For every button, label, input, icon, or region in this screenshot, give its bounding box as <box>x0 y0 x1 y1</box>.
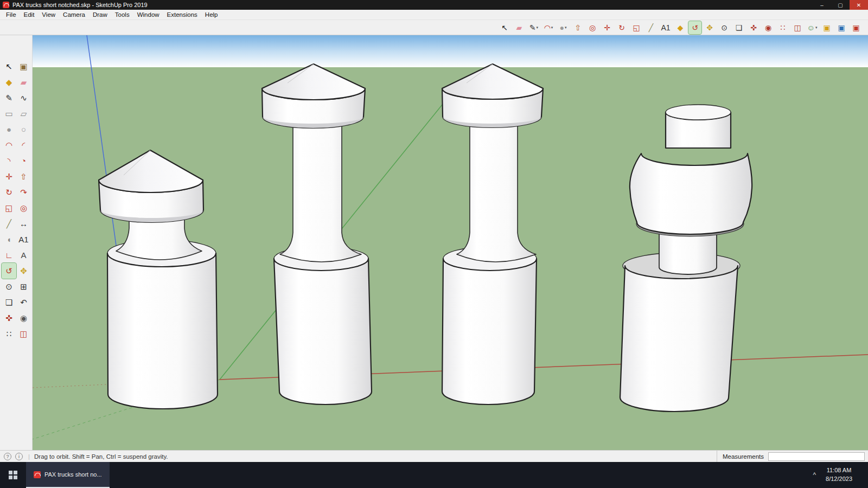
tool-glyph-icon: ✎ <box>529 24 536 31</box>
zoom-extents-tool[interactable]: ❏ <box>732 21 745 34</box>
extension-warehouse-tool[interactable]: ▣ <box>835 21 848 34</box>
help-icon[interactable]: ? <box>4 453 11 460</box>
paint-bucket-tool[interactable]: ◆ <box>674 21 687 34</box>
minimize-button[interactable]: – <box>813 0 831 10</box>
rotated-rectangle-tool[interactable]: ▱ <box>16 106 31 121</box>
menu-file[interactable]: File <box>2 10 20 20</box>
menu-edit[interactable]: Edit <box>20 10 39 20</box>
move-tool[interactable]: ✛ <box>601 21 614 34</box>
viewport[interactable] <box>33 35 868 450</box>
sign-in-avatar-dropdown[interactable]: ▾ <box>815 25 818 30</box>
rotate-tool[interactable]: ↻ <box>615 21 628 34</box>
menu-view[interactable]: View <box>38 10 59 20</box>
pie-tool[interactable]: ◔ <box>16 153 31 169</box>
scale-tool[interactable]: ◱ <box>630 21 643 34</box>
position-camera-tool[interactable]: ✜ <box>2 310 16 326</box>
rectangle-tool[interactable]: ▭ <box>2 106 16 121</box>
zoom-extents-tool[interactable]: ❏ <box>2 294 16 310</box>
freehand-tool[interactable]: ∿ <box>16 90 31 106</box>
line-tool-dropdown[interactable]: ▾ <box>537 25 539 30</box>
taskbar-app-label: PAX trucks short no... <box>44 471 102 478</box>
text-tool[interactable]: A1 <box>659 21 672 34</box>
sign-in-avatar[interactable]: ☺▾ <box>806 21 819 34</box>
look-around-tool[interactable]: ◉ <box>16 310 31 326</box>
paint-bucket-tool[interactable]: ◆ <box>2 74 16 90</box>
move-tool[interactable]: ✛ <box>2 169 16 184</box>
make-component-tool[interactable]: ▣ <box>16 59 31 74</box>
polygon-tool[interactable]: ○ <box>16 121 31 137</box>
pan-tool[interactable]: ✥ <box>16 263 31 279</box>
pan-tool[interactable]: ✥ <box>703 21 716 34</box>
push-pull-tool[interactable]: ⇧ <box>16 169 31 184</box>
tool-glyph-icon: ✥ <box>706 24 713 31</box>
two-point-arc-tool[interactable]: ◜ <box>16 137 31 153</box>
tool-glyph-icon: ◆ <box>6 78 12 86</box>
select-tool[interactable]: ↖ <box>498 21 511 34</box>
walk-tool[interactable]: ∷ <box>776 21 789 34</box>
zoom-tool[interactable]: ⊙ <box>2 279 16 294</box>
section-plane-tool[interactable]: ◫ <box>791 21 804 34</box>
axes-tool[interactable]: ∟ <box>2 247 16 263</box>
look-around-tool[interactable]: ◉ <box>762 21 775 34</box>
model-scene[interactable] <box>33 35 868 450</box>
bollard-short[interactable] <box>99 150 218 409</box>
select-tool[interactable]: ↖ <box>2 59 16 74</box>
arc-tool-dropdown[interactable]: ▾ <box>551 25 553 30</box>
tool-glyph-icon: ▰ <box>21 78 27 86</box>
maximize-button[interactable]: ▢ <box>831 0 850 10</box>
dimension-tool[interactable]: ↔ <box>16 216 31 232</box>
shapes-tool[interactable]: ●▾ <box>557 21 570 34</box>
close-button[interactable]: ✕ <box>850 0 868 10</box>
eraser-tool[interactable]: ▰ <box>513 21 526 34</box>
section-plane-tool[interactable]: ◫ <box>16 326 31 342</box>
previous-view-tool[interactable]: ↶ <box>16 294 31 310</box>
offset-tool[interactable]: ◎ <box>586 21 599 34</box>
scale-tool[interactable]: ◱ <box>2 200 16 216</box>
follow-me-tool[interactable]: ↷ <box>16 184 31 200</box>
tray-chevron-icon[interactable]: ^ <box>810 471 818 479</box>
tray-clock[interactable]: 11:08 AM 8/12/2023 <box>826 466 852 484</box>
menu-window[interactable]: Window <box>133 10 163 20</box>
three-point-arc-tool[interactable]: ◝ <box>2 153 16 169</box>
zoom-tool[interactable]: ⊙ <box>718 21 731 34</box>
menu-camera[interactable]: Camera <box>59 10 89 20</box>
menu-draw[interactable]: Draw <box>89 10 111 20</box>
line-tool[interactable]: ✎ <box>2 90 16 106</box>
tool-glyph-icon: ↷ <box>20 188 27 196</box>
arc-tool[interactable]: ◠▾ <box>542 21 555 34</box>
tool-glyph-icon: ⊙ <box>721 24 727 31</box>
tool-glyph-icon: ╱ <box>7 220 11 228</box>
menu-help[interactable]: Help <box>201 10 222 20</box>
push-pull-tool[interactable]: ⇧ <box>571 21 584 34</box>
walk-tool[interactable]: ∷ <box>2 326 16 342</box>
tool-glyph-icon: A1 <box>661 24 670 31</box>
orbit-tool[interactable]: ↺ <box>688 21 701 34</box>
3d-text-tool[interactable]: A <box>16 247 31 263</box>
circle-tool[interactable]: ● <box>2 121 16 137</box>
tool-glyph-icon: ⊙ <box>5 282 12 291</box>
tool-glyph-icon: ▣ <box>823 24 830 31</box>
protractor-tool[interactable]: ◖ <box>2 232 16 247</box>
arc-tool[interactable]: ◠ <box>2 137 16 153</box>
3d-warehouse-tool[interactable]: ▣ <box>820 21 833 34</box>
line-tool[interactable]: ✎▾ <box>527 21 540 34</box>
tape-measure-tool[interactable]: ╱ <box>644 21 658 34</box>
tool-glyph-icon: ◉ <box>765 24 771 31</box>
info-icon[interactable]: i <box>15 453 23 460</box>
offset-tool[interactable]: ◎ <box>16 200 31 216</box>
start-button[interactable] <box>0 462 26 488</box>
shapes-tool-dropdown[interactable]: ▾ <box>565 25 567 30</box>
measurements-input[interactable] <box>768 452 865 461</box>
taskbar-app-sketchup[interactable]: PAX trucks short no... <box>26 462 110 488</box>
eraser-tool[interactable]: ▰ <box>16 74 31 90</box>
text-tool[interactable]: A1 <box>16 232 31 247</box>
send-to-layout-tool[interactable]: ▣ <box>850 21 863 34</box>
tape-measure-tool[interactable]: ╱ <box>2 216 16 232</box>
menu-extensions[interactable]: Extensions <box>163 10 201 20</box>
menu-item-label: Help <box>205 11 218 18</box>
orbit-tool[interactable]: ↺ <box>2 263 16 279</box>
rotate-tool[interactable]: ↻ <box>2 184 16 200</box>
position-camera-tool[interactable]: ✜ <box>747 21 760 34</box>
zoom-window-tool[interactable]: ⊞ <box>16 279 31 294</box>
menu-tools[interactable]: Tools <box>111 10 133 20</box>
